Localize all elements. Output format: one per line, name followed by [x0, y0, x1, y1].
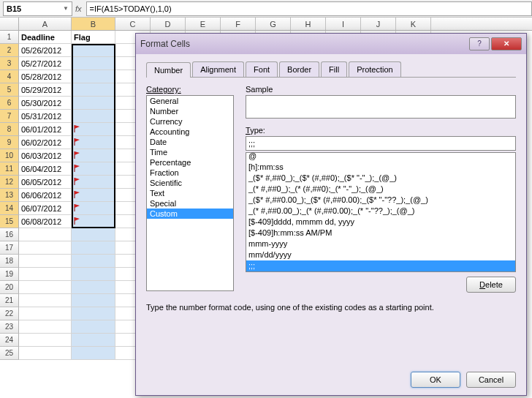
cell-A2[interactable]: 05/26/2012 [19, 44, 72, 57]
category-special[interactable]: Special [147, 198, 233, 209]
dialog-titlebar[interactable]: Format Cells ? ✕ [136, 34, 526, 54]
cell-A11[interactable]: 06/04/2012 [19, 162, 72, 176]
cell-A6[interactable]: 05/30/2012 [19, 97, 72, 110]
row-header-10[interactable]: 10 [0, 149, 19, 162]
cell-B5[interactable] [72, 83, 115, 97]
cell-A24[interactable] [19, 334, 72, 347]
tab-fill[interactable]: Fill [321, 61, 347, 77]
type-option[interactable]: @ [246, 152, 515, 162]
cell-A12[interactable]: 06/05/2012 [19, 176, 72, 189]
cancel-button[interactable]: Cancel [466, 372, 516, 388]
cell-A18[interactable] [19, 255, 72, 268]
cell-A17[interactable] [19, 241, 72, 255]
cell-B12[interactable] [72, 176, 115, 189]
type-option[interactable]: mmm-yyyy [246, 239, 515, 249]
col-header-B[interactable]: B [72, 18, 115, 30]
row-header-4[interactable]: 4 [0, 70, 19, 83]
cell-A3[interactable]: 05/27/2012 [19, 57, 72, 70]
cell-B2[interactable] [72, 44, 115, 57]
row-header-7[interactable]: 7 [0, 110, 19, 123]
type-listbox[interactable]: @[h]:mm:ss_($* #,##0_);_($* (#,##0);_($*… [246, 152, 516, 272]
cell-B8[interactable] [72, 123, 115, 136]
cell-A13[interactable]: 06/06/2012 [19, 189, 72, 202]
row-header-20[interactable]: 20 [0, 281, 19, 294]
formula-input[interactable]: =IF(A15>TODAY(),1,0) [86, 1, 532, 16]
ok-button[interactable]: OK [411, 372, 460, 388]
category-number[interactable]: Number [147, 106, 233, 116]
col-header-G[interactable]: G [256, 18, 291, 30]
close-button[interactable]: ✕ [491, 37, 522, 50]
category-time[interactable]: Time [147, 147, 233, 157]
type-option[interactable]: ;;; [246, 260, 515, 271]
cell-B21[interactable] [72, 294, 115, 307]
cell-B6[interactable] [72, 97, 115, 110]
cell-B14[interactable] [72, 202, 115, 215]
cell-A20[interactable] [19, 281, 72, 294]
row-header-1[interactable]: 1 [0, 31, 19, 44]
type-option[interactable]: [h]:mm:ss [246, 162, 515, 173]
cell-B24[interactable] [72, 334, 115, 347]
cell-B3[interactable] [72, 57, 115, 70]
cell-B16[interactable] [72, 228, 115, 241]
cell-B13[interactable] [72, 189, 115, 202]
tab-protection[interactable]: Protection [349, 61, 401, 77]
tab-number[interactable]: Number [146, 62, 191, 78]
tab-font[interactable]: Font [246, 61, 278, 77]
col-header-C[interactable]: C [115, 18, 151, 30]
chevron-down-icon[interactable]: ▼ [63, 5, 69, 12]
category-percentage[interactable]: Percentage [147, 157, 233, 168]
type-option[interactable]: [$-409]h:mm:ss AM/PM [246, 228, 515, 239]
fx-icon[interactable]: fx [75, 4, 82, 13]
cell-B25[interactable] [72, 347, 115, 360]
row-header-17[interactable]: 17 [0, 241, 19, 255]
col-header-J[interactable]: J [361, 18, 396, 30]
select-all-corner[interactable] [0, 18, 19, 30]
cell-A22[interactable] [19, 307, 72, 320]
row-header-16[interactable]: 16 [0, 228, 19, 241]
cell-B18[interactable] [72, 255, 115, 268]
col-header-A[interactable]: A [19, 18, 72, 30]
row-header-24[interactable]: 24 [0, 334, 19, 347]
row-header-12[interactable]: 12 [0, 176, 19, 189]
category-currency[interactable]: Currency [147, 116, 233, 127]
cell-B17[interactable] [72, 241, 115, 255]
category-fraction[interactable]: Fraction [147, 168, 233, 178]
cell-B22[interactable] [72, 307, 115, 320]
row-header-9[interactable]: 9 [0, 136, 19, 149]
col-header-D[interactable]: D [151, 18, 186, 30]
cell-B10[interactable] [72, 149, 115, 162]
type-option[interactable]: _(* #,##0.00_);_(* (#,##0.00);_(* "-"??_… [246, 206, 515, 217]
tab-alignment[interactable]: Alignment [192, 61, 244, 77]
cell-A25[interactable] [19, 347, 72, 360]
row-header-8[interactable]: 8 [0, 123, 19, 136]
row-header-15[interactable]: 15 [0, 215, 19, 228]
cell-B9[interactable] [72, 136, 115, 149]
row-header-3[interactable]: 3 [0, 57, 19, 70]
category-date[interactable]: Date [147, 137, 233, 147]
row-header-23[interactable]: 23 [0, 320, 19, 334]
row-header-5[interactable]: 5 [0, 83, 19, 97]
category-text[interactable]: Text [147, 188, 233, 198]
col-header-H[interactable]: H [291, 18, 326, 30]
category-accounting[interactable]: Accounting [147, 127, 233, 137]
cell-B23[interactable] [72, 320, 115, 334]
cell-A4[interactable]: 05/28/2012 [19, 70, 72, 83]
cell-A10[interactable]: 06/03/2012 [19, 149, 72, 162]
type-option[interactable]: [$-409]dddd, mmmm dd, yyyy [246, 217, 515, 228]
type-option[interactable]: mm/dd/yyyy [246, 249, 515, 260]
category-scientific[interactable]: Scientific [147, 178, 233, 188]
cell-B11[interactable] [72, 162, 115, 176]
row-header-19[interactable]: 19 [0, 268, 19, 281]
cell-B7[interactable] [72, 110, 115, 123]
row-header-21[interactable]: 21 [0, 294, 19, 307]
cell-A19[interactable] [19, 268, 72, 281]
type-option[interactable]: _($* #,##0_);_($* (#,##0);_($* "-"_);_(@… [246, 173, 515, 184]
category-custom[interactable]: Custom [147, 209, 233, 219]
header-flag[interactable]: Flag [72, 31, 115, 44]
row-header-6[interactable]: 6 [0, 97, 19, 110]
cell-B20[interactable] [72, 281, 115, 294]
cell-A7[interactable]: 05/31/2012 [19, 110, 72, 123]
row-header-11[interactable]: 11 [0, 162, 19, 176]
row-header-22[interactable]: 22 [0, 307, 19, 320]
cell-A14[interactable]: 06/07/2012 [19, 202, 72, 215]
